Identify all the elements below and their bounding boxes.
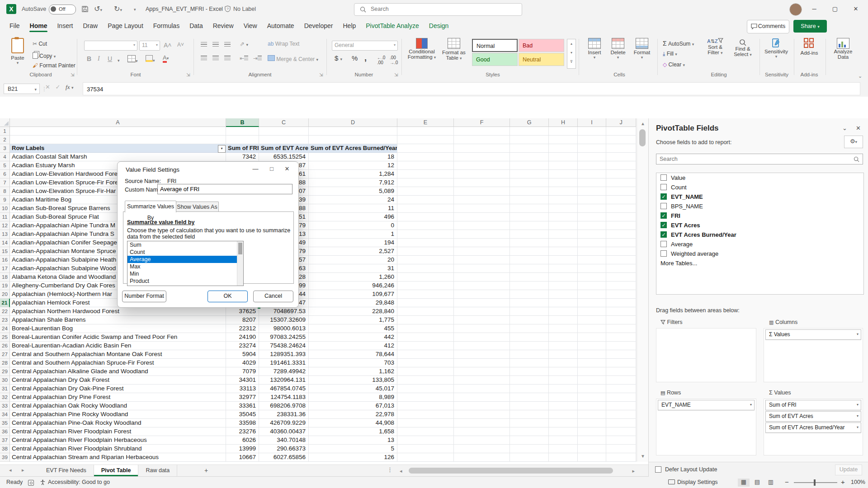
cell-D39[interactable]: 126 [309,453,397,462]
zoom-slider-track[interactable] [794,482,837,483]
cell-D37[interactable]: 13 [309,436,397,445]
number-dialog-launcher-icon[interactable]: ⇲ [394,72,398,77]
autosave-toggle[interactable]: Off [49,5,76,14]
field-dropdown-icon[interactable]: ▾ [857,412,859,421]
cell-E31[interactable] [397,385,454,393]
cell-H14[interactable] [549,239,578,247]
insert-function-icon[interactable]: fx [66,84,70,90]
cell-G10[interactable] [510,204,549,213]
cell-F22[interactable] [454,307,510,316]
cell-G20[interactable] [510,290,549,299]
cell-J22[interactable] [606,307,636,316]
row-header-33[interactable]: 33 [0,402,10,410]
field-checkbox[interactable] [660,203,667,209]
zoom-slider-thumb[interactable] [814,479,816,486]
cell-J30[interactable] [606,376,636,385]
cell-C23[interactable]: 15307.32609 [259,316,309,324]
cell-E15[interactable] [397,247,454,256]
cell-E13[interactable] [397,230,454,239]
scroll-right-icon[interactable]: ▸ [632,468,635,474]
cell-J3[interactable] [606,144,636,153]
row-header-6[interactable]: 6 [0,170,10,178]
cell-E12[interactable] [397,221,454,230]
values-field-item[interactable]: Sum of FRI▾ [765,400,861,410]
cell-D7[interactable]: 7,912 [309,178,397,187]
cell-G39[interactable] [510,453,549,462]
cell-F6[interactable] [454,170,510,178]
cell-C4[interactable]: 6535.15254 [259,153,309,161]
cell-G26[interactable] [510,342,549,350]
cell-D17[interactable]: 31 [309,264,397,273]
macro-record-icon[interactable] [28,480,34,487]
clear-button[interactable]: ◇ Clear ▾ [663,61,685,68]
insert-cells-button[interactable]: Insert▾ [584,38,605,60]
cell-B28[interactable]: 4029 [226,359,259,367]
sheet-tab-raw-data[interactable]: Raw data [138,465,177,476]
cell-H19[interactable] [549,282,578,290]
cell-A34[interactable]: Central Appalachian Pine Rocky Woodland [10,410,226,419]
cell-G5[interactable] [510,161,549,170]
cell-D30[interactable]: 133,805 [309,376,397,385]
row-header-24[interactable]: 24 [0,324,10,333]
cell-H16[interactable] [549,256,578,264]
cell-J18[interactable] [606,273,636,282]
zoom-in-icon[interactable]: + [841,478,845,486]
font-color-icon[interactable]: A▾ [163,54,169,61]
cell-E7[interactable] [397,178,454,187]
calc-list-scrollbar[interactable] [237,241,243,286]
field-item-evt-acres[interactable]: ✓EVT Acres [656,221,863,230]
cell-I6[interactable] [578,170,606,178]
cell-I31[interactable] [578,385,606,393]
cell-J39[interactable] [606,453,636,462]
row-header-21[interactable]: 21 [0,299,10,307]
delete-cells-button[interactable]: Delete▾ [608,38,628,60]
cell-G14[interactable] [510,239,549,247]
align-right-icon[interactable] [224,55,231,61]
cell-G15[interactable] [510,247,549,256]
row-header-13[interactable]: 13 [0,230,10,239]
row-header-4[interactable]: 4 [0,153,10,161]
cell-J12[interactable] [606,221,636,230]
cell-G36[interactable] [510,427,549,436]
cell-H6[interactable] [549,170,578,178]
cell-H33[interactable] [549,402,578,410]
cell-H13[interactable] [549,230,578,239]
cell-C33[interactable]: 698206.9708 [259,402,309,410]
decrease-decimal-icon[interactable]: .00→.0 [390,55,398,65]
row-header-12[interactable]: 12 [0,221,10,230]
column-header-B[interactable]: B [226,118,259,127]
row-header-39[interactable]: 39 [0,453,10,462]
row-header-17[interactable]: 17 [0,264,10,273]
find-select-button[interactable]: Find & Select ▾ [731,38,755,57]
vertical-scrollbar[interactable]: ▲ ▼ [637,118,648,462]
cell-D34[interactable]: 22,978 [309,410,397,419]
cell-I17[interactable] [578,264,606,273]
cell-C37[interactable]: 340.70148 [259,436,309,445]
name-box[interactable]: B21▾ [4,84,40,94]
filters-drop-zone[interactable] [656,328,756,382]
cell-J28[interactable] [606,359,636,367]
cell-J15[interactable] [606,247,636,256]
font-dialog-launcher-icon[interactable]: ⇲ [186,72,190,77]
column-header-F[interactable]: F [454,118,510,127]
cell-C24[interactable]: 98000.6013 [259,324,309,333]
menu-tab-help[interactable]: Help [338,19,361,33]
undo-icon[interactable]: ↺▾ [94,0,102,19]
menu-tab-automate[interactable]: Automate [262,19,299,33]
field-item-weighted-average[interactable]: Weighted average [656,249,863,258]
prev-sheet-icon[interactable]: ◂ [9,467,12,473]
cell-J1[interactable] [606,127,636,136]
horizontal-scroll-thumb[interactable] [409,468,613,474]
sheet-tab-pivot-table[interactable]: Pivot Table [94,465,139,476]
cell-B25[interactable]: 24190 [226,333,259,342]
cell-E25[interactable] [397,333,454,342]
cell-D29[interactable]: 1,162 [309,367,397,376]
cell-H18[interactable] [549,273,578,282]
cell-F4[interactable] [454,153,510,161]
cell-A28[interactable]: Central and Southern Appalachian Spruce-… [10,359,226,367]
save-icon[interactable] [81,0,89,13]
page-break-view-icon[interactable]: ▥ [765,479,777,487]
cell-A29[interactable]: Central Appalachian Alkaline Glade and W… [10,367,226,376]
cell-H29[interactable] [549,367,578,376]
cell-H2[interactable] [549,136,578,144]
